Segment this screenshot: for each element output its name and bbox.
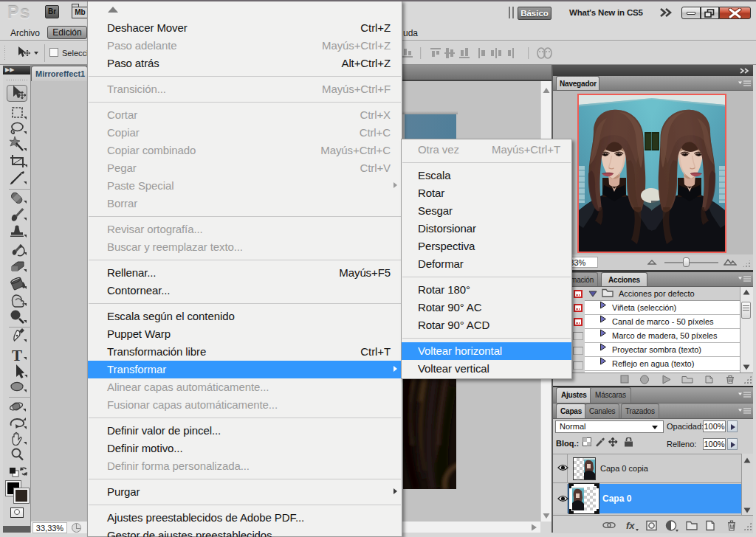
svg-text:fx: fx	[626, 520, 635, 531]
svg-text:T: T	[12, 347, 22, 364]
